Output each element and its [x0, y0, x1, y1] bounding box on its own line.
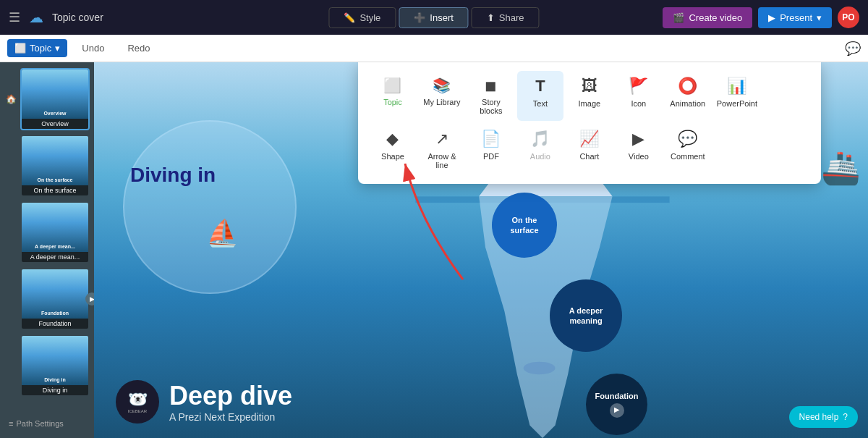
insert-label-topic: Topic [383, 98, 402, 106]
deep-dive-subtitle: A Prezi Next Expedition [169, 411, 292, 423]
insert-label-powerpoint: PowerPoint [717, 99, 757, 108]
library-icon: 📚 [433, 77, 451, 94]
text-icon: T [535, 77, 545, 96]
topic-button[interactable]: ⬜ Topic ▾ [7, 39, 67, 57]
topic-icon: ⬜ [14, 43, 26, 54]
insert-item-animation[interactable]: ⭕ Animation [665, 71, 711, 121]
redo-button[interactable]: Redo [119, 40, 158, 56]
insert-item-my-library[interactable]: 📚 My Library [419, 71, 465, 121]
bubble-deeper-meaning[interactable]: A deepermeaning [550, 279, 622, 352]
animation-icon: ⭕ [678, 77, 697, 96]
shape-icon: ◆ [386, 130, 399, 148]
chevron-down-icon: ▾ [817, 12, 822, 23]
insert-label-text: Text [533, 99, 548, 108]
ship-icon: 🚢 [821, 149, 861, 187]
hamburger-icon[interactable]: ☰ [9, 9, 20, 25]
slide-thumb-4[interactable]: Diving in Diving in [20, 334, 90, 397]
insert-label-comment: Comment [671, 152, 705, 161]
slide-label-1: On the surface [22, 185, 88, 195]
insert-label-my-library: My Library [423, 98, 460, 106]
need-help-label: Need help [799, 412, 839, 422]
sailboat-icon: ⛵ [206, 218, 239, 248]
chart-icon: 📈 [579, 130, 599, 148]
image-icon: 🖼 [582, 77, 597, 96]
icebear-logo: 🐻‍❄️ ICEBEAR [116, 380, 159, 424]
on-surface-text: On thesurface [510, 215, 538, 236]
slide-label-3: Foundation [22, 319, 88, 329]
slide-preview-3: Foundation [22, 269, 88, 319]
foundation-play-icon[interactable]: ▶ [610, 403, 624, 418]
insert-item-chart[interactable]: 📈 Chart [566, 124, 613, 175]
upload-icon: ⬆ [487, 12, 495, 23]
insert-label-story-blocks: Story blocks [471, 98, 511, 115]
cloud-icon: ☁ [29, 9, 43, 26]
insert-item-text[interactable]: T Text [517, 71, 563, 121]
slide-preview-1: On the surface [22, 136, 88, 185]
path-settings-button[interactable]: ≡ Path Settings [4, 415, 90, 432]
diving-in-label: Diving in [130, 164, 216, 187]
plus-icon: ➕ [414, 12, 425, 23]
slide-thumb-overview[interactable]: Overview Overview [20, 68, 90, 130]
insert-label-shape: Shape [381, 152, 404, 161]
foundation-text: Foundation [595, 391, 639, 401]
insert-item-audio[interactable]: 🎵 Audio [517, 124, 563, 175]
need-help-button[interactable]: Need help ? [789, 406, 858, 428]
arrow-line-icon: ↗ [435, 130, 448, 148]
audio-icon: 🎵 [530, 130, 550, 148]
document-title: Topic cover [52, 12, 103, 23]
slide-thumb-3[interactable]: Foundation Foundation [20, 268, 90, 330]
slide-thumb-1[interactable]: On the surface On the surface [20, 135, 90, 197]
style-button[interactable]: ✏️ Style [328, 7, 396, 28]
insert-label-pdf: PDF [483, 152, 499, 161]
bear-icon: 🐻‍❄️ [128, 390, 148, 409]
insert-item-arrow-line[interactable]: ↗ Arrow & line [419, 124, 465, 175]
icon-insert-icon: 🚩 [629, 77, 648, 96]
story-blocks-icon: ◼ [485, 77, 497, 94]
deep-dive-title: Deep dive [169, 381, 292, 411]
topbar-nav: ✏️ Style ➕ Insert ⬆ Share [328, 7, 539, 28]
present-button[interactable]: ▶ Present ▾ [758, 7, 832, 28]
deeper-text: A deepermeaning [569, 306, 603, 327]
insert-label-audio: Audio [530, 152, 550, 161]
slide-label-2: A deeper mean... [22, 252, 88, 262]
insert-item-topic[interactable]: ⬜ Topic [370, 71, 416, 121]
video-insert-icon: ▶ [632, 130, 644, 148]
insert-item-story-blocks[interactable]: ◼ Story blocks [468, 71, 514, 121]
insert-item-powerpoint[interactable]: 📊 PowerPoint [714, 71, 760, 121]
bubble-on-surface[interactable]: On thesurface [492, 193, 557, 258]
insert-grid-row1: ⬜ Topic 📚 My Library ◼ Story blocks T Te… [370, 71, 809, 175]
deep-dive-text: Deep dive A Prezi Next Expedition [169, 381, 292, 423]
insert-item-image[interactable]: 🖼 Image [566, 71, 613, 121]
bubble-foundation[interactable]: Foundation ▶ [586, 374, 647, 435]
avatar[interactable]: PO [838, 7, 859, 28]
insert-item-video[interactable]: ▶ Video [616, 124, 662, 175]
slide-preview-2: A deeper mean... [22, 203, 88, 252]
insert-dropdown: ⬜ Topic 📚 My Library ◼ Story blocks T Te… [358, 62, 821, 184]
main: 🏠 Overview Overview 1 On the surface [0, 62, 868, 438]
slide-overview-wrapper: 🏠 Overview Overview [4, 68, 90, 130]
insert-item-icon[interactable]: 🚩 Icon [616, 71, 662, 121]
sidebar: 🏠 Overview Overview 1 On the surface [0, 62, 94, 438]
home-icon: 🏠 [6, 94, 17, 104]
insert-item-comment[interactable]: 💬 Comment [665, 124, 711, 175]
topic-insert-icon: ⬜ [383, 77, 401, 94]
comment-insert-icon: 💬 [678, 130, 697, 148]
share-button[interactable]: ⬆ Share [472, 7, 540, 28]
insert-label-animation: Animation [670, 99, 705, 108]
topbar-right: 🎬 Create video ▶ Present ▾ PO [663, 7, 859, 28]
undo-button[interactable]: Undo [73, 40, 113, 56]
insert-item-shape[interactable]: ◆ Shape [370, 124, 416, 175]
insert-button[interactable]: ➕ Insert [399, 7, 469, 28]
pencil-icon: ✏️ [344, 12, 355, 23]
create-video-button[interactable]: 🎬 Create video [663, 7, 752, 28]
powerpoint-icon: 📊 [727, 77, 746, 96]
comment-icon[interactable]: 💬 [845, 41, 861, 56]
slide-play-button-3[interactable]: ▶ [85, 292, 94, 306]
topbar: ☰ ☁ Topic cover ✏️ Style ➕ Insert ⬆ Shar… [0, 0, 868, 35]
slide-thumb-2[interactable]: A deeper mean... A deeper mean... [20, 201, 90, 264]
insert-label-arrow-line: Arrow & line [422, 152, 462, 169]
path-settings-icon: ≡ [9, 419, 13, 428]
insert-item-pdf[interactable]: 📄 PDF [468, 124, 514, 175]
toolbar2: ⬜ Topic ▾ Undo Redo 💬 [0, 35, 868, 62]
canvas-area[interactable]: ⬜ Topic 📚 My Library ◼ Story blocks T Te… [94, 62, 868, 438]
